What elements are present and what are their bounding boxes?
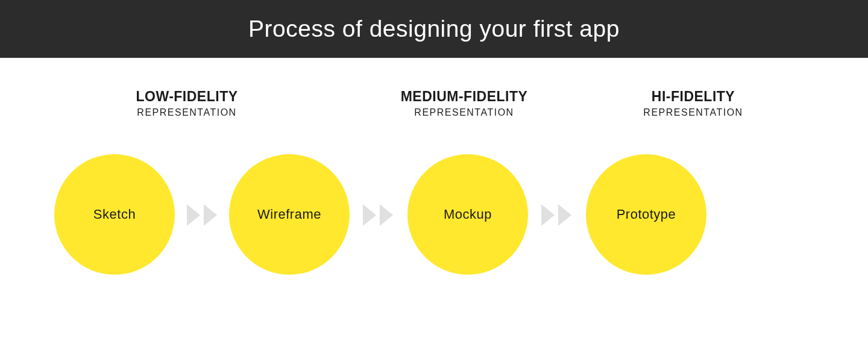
fidelity-high-title: HI-FIDELITY [609, 88, 778, 106]
fidelity-high-sub: REPRESENTATION [609, 107, 778, 118]
fidelity-medium-sub: REPRESENTATION [368, 107, 561, 118]
step-prototype-label: Prototype [617, 207, 676, 222]
chevron-right-icon [363, 204, 376, 226]
page-title: Process of designing your first app [248, 16, 620, 42]
step-prototype: Prototype [586, 154, 706, 275]
step-sketch: Sketch [54, 154, 175, 275]
fidelity-high-group: HI-FIDELITY REPRESENTATION [609, 88, 778, 118]
step-wireframe-label: Wireframe [257, 207, 321, 222]
step-mockup: Mockup [407, 154, 528, 275]
chevrons-2 [363, 204, 393, 226]
step-sketch-label: Sketch [93, 207, 136, 222]
chevron-right-icon [187, 204, 200, 226]
header-bar: Process of designing your first app [0, 0, 868, 58]
chevrons-3 [541, 204, 571, 226]
fidelity-low-sub: REPRESENTATION [108, 107, 265, 118]
chevron-right-icon [204, 204, 217, 226]
fidelity-medium-title: MEDIUM-FIDELITY [368, 88, 561, 106]
step-wireframe: Wireframe [229, 154, 350, 275]
fidelity-medium-group: MEDIUM-FIDELITY REPRESENTATION [368, 88, 561, 118]
chevron-right-icon [558, 204, 571, 226]
chevron-right-icon [380, 204, 393, 226]
chevron-right-icon [541, 204, 555, 226]
diagram-content: LOW-FIDELITY REPRESENTATION MEDIUM-FIDEL… [0, 58, 868, 347]
step-mockup-label: Mockup [444, 207, 492, 222]
fidelity-low-group: LOW-FIDELITY REPRESENTATION [108, 88, 265, 118]
fidelity-low-title: LOW-FIDELITY [108, 88, 265, 106]
chevrons-1 [187, 204, 217, 226]
